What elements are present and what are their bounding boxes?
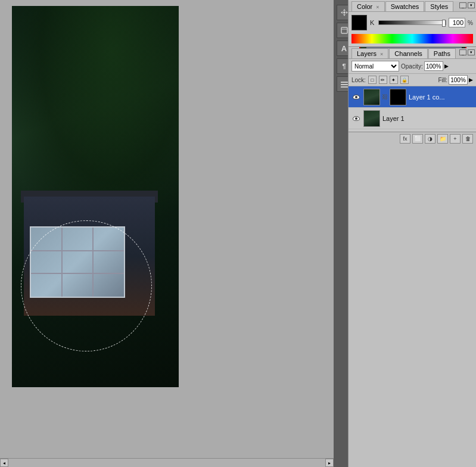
layer-1-thumbnail <box>363 89 380 105</box>
color-spectrum-bar[interactable] <box>351 34 473 43</box>
opacity-row: Opacity: 100% ▶ <box>401 61 449 71</box>
group-btn[interactable]: 📁 <box>437 134 448 144</box>
opacity-arrow[interactable]: ▶ <box>444 63 449 69</box>
layers-panel-minimize-btn[interactable]: _ <box>459 49 466 55</box>
layer-2-name: Layer 1 <box>382 115 473 122</box>
lock-transparent-btn[interactable]: □ <box>368 76 377 84</box>
layers-panel: Layers × Channels Paths _ ▾ Normal <box>349 48 476 145</box>
scroll-right-btn[interactable]: ▸ <box>325 459 334 467</box>
layers-panel-header: Layers × Channels Paths _ ▾ <box>349 48 476 59</box>
tab-layers[interactable]: Layers × <box>351 48 388 58</box>
lock-position-btn[interactable]: ✦ <box>390 76 398 84</box>
fill-row: Fill: 100% ▶ <box>438 75 473 85</box>
opacity-input[interactable]: 100% <box>424 61 443 71</box>
fill-arrow[interactable]: ▶ <box>469 77 473 83</box>
svg-rect-4 <box>341 84 348 85</box>
svg-point-0 <box>343 11 346 14</box>
lock-image-btn[interactable]: ✏ <box>379 76 387 84</box>
layers-bottom-toolbar: fx ⬜ ◑ 📁 + 🗑 <box>349 132 476 145</box>
color-picker-row: K 100 % <box>351 15 473 30</box>
foreground-color-swatch[interactable] <box>351 15 367 30</box>
color-body: K 100 % <box>349 12 476 46</box>
layer-blend-row: Normal Opacity: 100% ▶ <box>349 59 476 74</box>
tab-styles[interactable]: Styles <box>425 1 453 11</box>
svg-rect-1 <box>341 27 347 33</box>
blend-mode-select[interactable]: Normal <box>351 61 399 71</box>
channel-k-value[interactable]: 100 <box>449 18 465 27</box>
layer-1-name: Layer 1 co... <box>409 94 473 101</box>
new-layer-btn[interactable]: + <box>450 134 461 144</box>
lock-row: Lock: □ ✏ ✦ 🔒 Fill: 100% ▶ <box>349 74 476 86</box>
layer-2-thumbnail <box>363 110 380 127</box>
layers-tab-close[interactable]: × <box>380 51 383 57</box>
canvas-area: ◂ ▸ <box>0 0 334 467</box>
layer-item-2[interactable]: Layer 1 <box>349 108 476 129</box>
fill-input[interactable]: 100% <box>449 75 468 85</box>
color-panel: Color × Swatches Styles _ ▾ K <box>349 1 476 47</box>
channel-k-slider[interactable] <box>378 20 446 25</box>
channel-k-thumb[interactable] <box>442 20 446 27</box>
layer-1-mask-thumbnail[interactable] <box>390 89 406 105</box>
layers-panel-tabs: Layers × Channels Paths <box>349 48 476 59</box>
lock-all-btn[interactable]: 🔒 <box>400 76 409 84</box>
tab-swatches[interactable]: Swatches <box>385 1 425 11</box>
layers-panel-window-btns: _ ▾ <box>459 49 475 55</box>
svg-rect-5 <box>341 86 348 88</box>
color-panel-menu-btn[interactable]: ▾ <box>468 2 475 8</box>
eye-icon-2 <box>353 116 360 121</box>
layer-1-visibility[interactable] <box>351 92 361 102</box>
tab-channels[interactable]: Channels <box>389 48 427 58</box>
layer-style-btn[interactable]: fx <box>400 134 410 144</box>
color-panel-minimize-btn[interactable]: _ <box>459 2 466 8</box>
opacity-label: Opacity: <box>401 63 423 70</box>
color-channel-k-row: K 100 % <box>370 18 473 27</box>
adjustment-btn[interactable]: ◑ <box>425 134 435 144</box>
eye-icon-1 <box>353 95 360 99</box>
canvas-horizontal-scrollbar[interactable]: ◂ ▸ <box>0 458 334 467</box>
svg-rect-3 <box>341 82 348 83</box>
layers-panel-menu-btn[interactable]: ▾ <box>468 49 475 55</box>
circle-selection-marquee <box>21 220 152 351</box>
layer-2-thumb-img <box>364 111 379 126</box>
color-panel-tabs: Color × Swatches Styles <box>349 1 476 12</box>
right-panel: 100% ▲ ▼ Color × Swatches Styles <box>348 0 476 467</box>
tab-paths[interactable]: Paths <box>428 48 456 58</box>
channel-k-unit: % <box>468 20 473 26</box>
color-tab-close[interactable]: × <box>376 4 379 10</box>
layer-1-chain: ⛓ <box>382 92 387 102</box>
add-mask-btn[interactable]: ⬜ <box>412 134 423 144</box>
lock-label: Lock: <box>351 77 366 83</box>
layers-body: Normal Opacity: 100% ▶ Lock: □ ✏ ✦ 🔒 Fil… <box>349 59 476 129</box>
channel-k-label: K <box>370 19 376 26</box>
canvas-image <box>12 6 179 387</box>
fill-label: Fill: <box>438 77 447 83</box>
layer-item-1[interactable]: ⛓ Layer 1 co... <box>349 86 476 108</box>
delete-layer-btn[interactable]: 🗑 <box>462 134 473 144</box>
layer-2-visibility[interactable] <box>351 114 361 123</box>
layer-1-thumb-img <box>364 89 379 105</box>
canvas-image-container <box>12 6 179 387</box>
color-panel-header: Color × Swatches Styles _ ▾ <box>349 1 476 12</box>
color-panel-window-btns: _ ▾ <box>459 2 475 8</box>
scroll-left-btn[interactable]: ◂ <box>0 459 8 467</box>
tab-color[interactable]: Color × <box>351 1 385 11</box>
